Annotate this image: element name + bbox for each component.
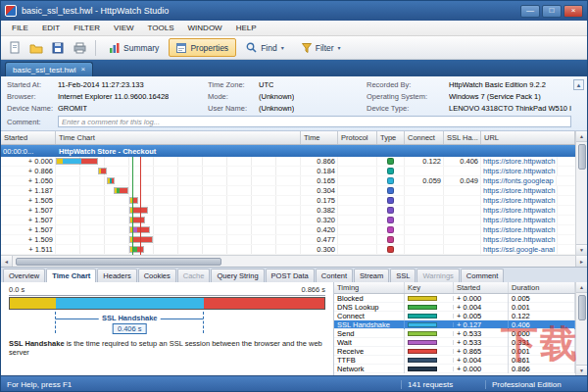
content-type-icon bbox=[387, 217, 394, 223]
close-button[interactable]: × bbox=[564, 5, 583, 18]
timing-scroll-down-arrow-icon[interactable]: ▼ bbox=[576, 365, 587, 375]
tab-stream[interactable]: Stream bbox=[354, 269, 389, 282]
tab-ssl[interactable]: SSL bbox=[390, 269, 416, 282]
timing-duration: 0.866 bbox=[509, 365, 575, 373]
column-header-time-chart[interactable]: Time Chart bbox=[56, 131, 301, 144]
menu-help[interactable]: HELP bbox=[229, 22, 264, 34]
column-header-key[interactable]: Key bbox=[405, 282, 454, 293]
request-url[interactable]: https://store.httpwatch bbox=[481, 157, 558, 166]
request-row[interactable]: + 1.0500.1650.0590.049https://fonts.goog… bbox=[1, 176, 575, 186]
request-time: 0.184 bbox=[301, 167, 338, 175]
tab-post-data[interactable]: POST Data bbox=[266, 269, 315, 282]
request-row[interactable]: + 1.5110.300https://ssl.google-anal bbox=[1, 245, 575, 255]
column-header-url[interactable]: URL bbox=[481, 131, 575, 144]
menu-filter[interactable]: FILTER bbox=[67, 22, 107, 34]
properties-button[interactable]: Properties bbox=[169, 38, 236, 57]
grid-vscroll-thumb[interactable] bbox=[578, 144, 586, 170]
page-group-row[interactable]: 00:00:0... HttpWatch Store - Checkout bbox=[1, 145, 575, 157]
request-ssl-time: 0.406 bbox=[444, 157, 481, 166]
timing-duration: 0.331 bbox=[509, 338, 575, 347]
timing-vscroll-thumb[interactable] bbox=[578, 295, 586, 320]
column-header-connect[interactable]: Connect bbox=[405, 131, 444, 144]
grid-header: StartedTime ChartTimeProtocolTypeConnect… bbox=[1, 131, 575, 145]
request-url[interactable]: https://fonts.googleap bbox=[481, 176, 557, 185]
tab-overview[interactable]: Overview bbox=[3, 269, 45, 282]
tab-time-chart[interactable]: Time Chart bbox=[46, 269, 96, 282]
menu-tools[interactable]: TOOLS bbox=[141, 22, 181, 34]
page-load-marker bbox=[140, 157, 141, 255]
minimize-button[interactable]: — bbox=[520, 5, 540, 18]
page-group-title: HttpWatch Store - Checkout bbox=[56, 147, 156, 156]
request-row[interactable]: + 1.5070.420https://store.httpwatch bbox=[1, 225, 575, 235]
request-row[interactable]: + 1.5070.382https://store.httpwatch bbox=[1, 206, 575, 216]
grid-vertical-scrollbar[interactable]: ▲ ▼ bbox=[575, 131, 587, 255]
comment-input[interactable] bbox=[58, 116, 571, 127]
request-time: 0.175 bbox=[301, 196, 338, 205]
menu-window[interactable]: WINDOW bbox=[181, 22, 229, 34]
save-button[interactable] bbox=[48, 38, 68, 57]
grid-rows: + 0.0000.8660.1220.406https://store.http… bbox=[1, 157, 575, 255]
scroll-right-arrow-icon[interactable]: ► bbox=[575, 256, 587, 267]
scroll-up-arrow-icon[interactable]: ▲ bbox=[576, 131, 587, 142]
request-url[interactable]: https://store.httpwatch bbox=[481, 186, 558, 195]
request-row[interactable]: + 1.5070.320https://store.httpwatch bbox=[1, 216, 575, 225]
request-url[interactable]: https://ssl.google-anal bbox=[481, 245, 558, 254]
device-type-field: Device Type:LENOVO 4318CTO ThinkPad W510… bbox=[367, 104, 571, 113]
summary-button[interactable]: Summary bbox=[102, 38, 167, 57]
ssl-annotation-bracket: SSL Handshake 0.406 s bbox=[55, 312, 203, 333]
menu-file[interactable]: FILE bbox=[5, 22, 35, 34]
tab-content[interactable]: Content bbox=[316, 269, 353, 282]
requests-grid-main: StartedTime ChartTimeProtocolTypeConnect… bbox=[1, 131, 575, 255]
new-document-button[interactable] bbox=[5, 38, 24, 57]
find-button[interactable]: Find ▾ bbox=[238, 38, 292, 57]
ruler-start-label: 0.0 s bbox=[9, 285, 24, 294]
title-bar: basic_ssl_test.hwl - HttpWatch Studio — … bbox=[1, 1, 587, 21]
request-row[interactable]: + 1.5090.477https://store.httpwatch bbox=[1, 235, 575, 245]
column-header-time[interactable]: Time bbox=[301, 131, 338, 144]
request-url[interactable]: https://store.httpwatch bbox=[481, 216, 558, 224]
detail-panel: 0.0 s 0.866 s SSL Handshake 0.406 s SSL … bbox=[1, 282, 587, 375]
timing-row[interactable]: Network+ 0.0000.866 bbox=[334, 365, 575, 373]
request-url[interactable]: https://store.httpwatch bbox=[481, 196, 558, 205]
filter-dropdown-caret-icon: ▾ bbox=[338, 44, 341, 51]
tab-query-string[interactable]: Query String bbox=[211, 269, 264, 282]
timing-vertical-scrollbar[interactable]: ▲ ▼ bbox=[575, 282, 587, 375]
tab-close-icon[interactable]: × bbox=[80, 66, 85, 74]
request-url[interactable]: https://store.httpwatch bbox=[481, 167, 558, 175]
timing-rows: Blocked+ 0.0000.005DNS Lookup+ 0.0040.00… bbox=[334, 294, 575, 373]
timing-key-chip bbox=[408, 296, 437, 301]
print-button[interactable] bbox=[70, 38, 89, 57]
document-tab[interactable]: basic_ssl_test.hwl × bbox=[5, 62, 93, 76]
request-ssl-time bbox=[444, 196, 481, 205]
timing-scroll-up-arrow-icon[interactable]: ▲ bbox=[576, 282, 587, 293]
request-url[interactable]: https://store.httpwatch bbox=[481, 235, 558, 244]
tab-comment[interactable]: Comment bbox=[461, 269, 505, 282]
maximize-button[interactable]: □ bbox=[542, 5, 562, 18]
request-row[interactable]: + 0.8660.184https://store.httpwatch bbox=[1, 167, 575, 176]
open-file-button[interactable] bbox=[26, 38, 46, 57]
grid-horizontal-scrollbar[interactable]: ◄ ► bbox=[1, 255, 587, 267]
request-row[interactable]: + 1.1870.304https://store.httpwatch bbox=[1, 186, 575, 196]
column-header-timing[interactable]: Timing bbox=[334, 282, 405, 293]
request-url[interactable]: https://store.httpwatch bbox=[481, 225, 558, 234]
column-header-ssl-handshake[interactable]: SSL Ha... bbox=[444, 131, 481, 144]
tab-headers[interactable]: Headers bbox=[97, 269, 136, 282]
column-header-started[interactable]: Started bbox=[1, 131, 56, 144]
column-header-type[interactable]: Type bbox=[377, 131, 405, 144]
tab-cookies[interactable]: Cookies bbox=[138, 269, 176, 282]
filter-button[interactable]: Filter ▾ bbox=[294, 38, 349, 57]
column-header-duration[interactable]: Duration bbox=[509, 282, 575, 293]
request-protocol bbox=[338, 245, 377, 254]
collapse-panel-button[interactable]: ▲ bbox=[573, 79, 584, 90]
scroll-left-arrow-icon[interactable]: ◄ bbox=[1, 256, 13, 267]
scroll-down-arrow-icon[interactable]: ▼ bbox=[576, 244, 587, 255]
request-row[interactable]: + 0.0000.8660.1220.406https://store.http… bbox=[1, 157, 575, 167]
menu-view[interactable]: VIEW bbox=[107, 22, 140, 34]
column-header-started[interactable]: Started bbox=[454, 282, 509, 293]
request-url[interactable]: https://store.httpwatch bbox=[481, 206, 558, 215]
column-header-protocol[interactable]: Protocol bbox=[338, 131, 377, 144]
request-row[interactable]: + 1.5050.175https://store.httpwatch bbox=[1, 196, 575, 206]
menu-edit[interactable]: EDIT bbox=[35, 22, 67, 34]
timing-key bbox=[405, 331, 454, 336]
grid-hscroll-thumb[interactable] bbox=[16, 258, 221, 266]
